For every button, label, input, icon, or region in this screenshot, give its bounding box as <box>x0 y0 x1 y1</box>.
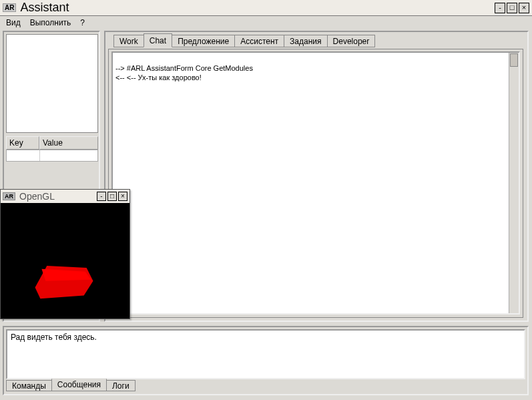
right-panel: Work Chat Предложение Ассистент Задания … <box>104 31 529 322</box>
chat-line-1: --> #ARL AssistantForm Core GetModules <box>115 64 253 72</box>
tabs-bottom: Команды Сообщения Логи <box>6 380 135 393</box>
kv-header-value[interactable]: Value <box>39 136 98 150</box>
opengl-minimize-button[interactable]: - <box>97 192 106 201</box>
chat-log[interactable]: --> #ARL AssistantForm Core GetModules <… <box>111 51 520 315</box>
scrollbar-thumb[interactable] <box>510 53 518 67</box>
menubar: Вид Выполнить ? <box>0 16 532 29</box>
tab-pane-chat: --> #ARL AssistantForm Core GetModules <… <box>108 49 523 318</box>
kv-header-key[interactable]: Key <box>6 136 39 150</box>
app-icon: AR <box>3 3 16 12</box>
tree-view[interactable] <box>6 34 98 133</box>
minimize-button[interactable]: - <box>495 3 505 13</box>
close-button[interactable]: × <box>519 3 529 13</box>
maximize-button[interactable]: □ <box>507 3 517 13</box>
tab-assistant[interactable]: Ассистент <box>234 35 284 47</box>
btab-commands[interactable]: Команды <box>6 380 52 391</box>
tab-chat[interactable]: Chat <box>144 33 172 47</box>
chat-line-2: <-- <-- Ух-ты как здорово! <box>115 73 202 81</box>
titlebar: AR Assistant - □ × <box>0 0 532 16</box>
menu-view[interactable]: Вид <box>3 17 24 29</box>
message-text: Рад видеть тебя здесь. <box>11 333 97 342</box>
keyvalue-grid[interactable]: Key Value <box>6 136 98 184</box>
opengl-app-icon: AR <box>3 192 15 200</box>
btab-messages[interactable]: Сообщения <box>51 379 107 391</box>
tab-work[interactable]: Work <box>113 35 144 47</box>
opengl-title: OpenGL <box>19 191 97 202</box>
tab-developer[interactable]: Developer <box>327 35 376 47</box>
opengl-close-button[interactable]: × <box>118 192 127 201</box>
opengl-canvas[interactable] <box>1 203 129 319</box>
kv-header: Key Value <box>6 136 98 150</box>
window-title: Assistant <box>20 1 495 15</box>
tabs-top: Work Chat Предложение Ассистент Задания … <box>109 35 527 49</box>
tab-offer[interactable]: Предложение <box>172 35 235 47</box>
menu-help[interactable]: ? <box>77 17 88 29</box>
opengl-maximize-button[interactable]: □ <box>107 192 117 201</box>
btab-logs[interactable]: Логи <box>106 380 136 391</box>
tab-tasks[interactable]: Задания <box>284 35 327 47</box>
bottom-panel: Рад видеть тебя здесь. Команды Сообщения… <box>3 326 529 395</box>
chat-scrollbar[interactable] <box>509 53 519 313</box>
menu-run[interactable]: Выполнить <box>27 17 75 29</box>
opengl-titlebar[interactable]: AR OpenGL - □ × <box>1 190 129 203</box>
kv-row[interactable] <box>6 150 98 162</box>
opengl-window[interactable]: AR OpenGL - □ × <box>0 189 130 319</box>
message-box[interactable]: Рад видеть тебя здесь. <box>6 329 525 379</box>
